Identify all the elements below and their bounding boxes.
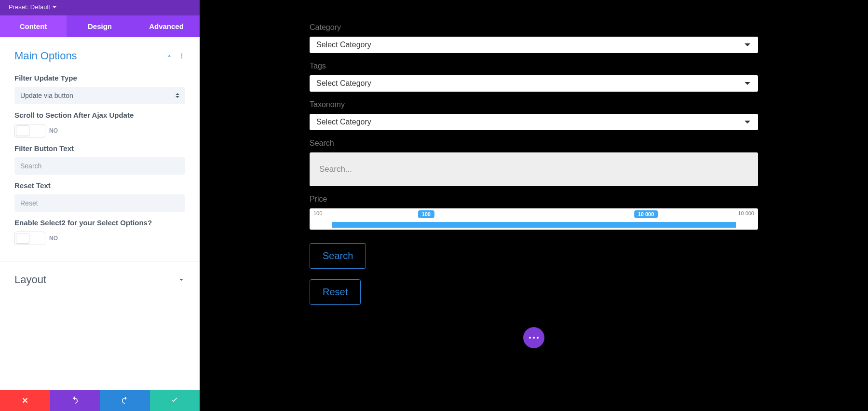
search-label: Search xyxy=(310,139,758,148)
svg-point-5 xyxy=(181,57,182,58)
columns-icon[interactable] xyxy=(166,0,176,0)
svg-point-3 xyxy=(181,54,182,55)
chevron-down-icon xyxy=(177,276,185,284)
search-field-wrap xyxy=(310,152,758,186)
preset-label: Preset: Default xyxy=(9,3,50,11)
tab-advanced[interactable]: Advanced xyxy=(133,15,200,37)
scroll-label: Scroll to Section After Ajax Update xyxy=(14,111,185,119)
save-button[interactable] xyxy=(150,390,200,411)
section-main-options[interactable]: Main Options xyxy=(0,37,200,67)
filter-update-type-label: Filter Update Type xyxy=(14,74,185,82)
preset-dropdown[interactable]: Preset: Default xyxy=(9,3,191,11)
taxonomy-select[interactable]: Select Category xyxy=(310,114,758,130)
filter-button-text-input[interactable] xyxy=(14,157,185,175)
taxonomy-label: Taxonomy xyxy=(310,100,758,109)
reset-text-input[interactable] xyxy=(14,194,185,212)
toggle-value: NO xyxy=(49,127,58,134)
caret-down-icon xyxy=(745,43,750,46)
filter-update-type-select[interactable]: Update via button xyxy=(14,87,185,104)
sidebar-header: Filter Posts - Divi Ajax Filter... Prese… xyxy=(0,0,200,15)
redo-button[interactable] xyxy=(100,390,150,411)
settings-sidebar: Filter Posts - Divi Ajax Filter... Prese… xyxy=(0,0,200,411)
divi-fab-button[interactable] xyxy=(523,327,544,348)
undo-button[interactable] xyxy=(50,390,100,411)
reset-button[interactable]: Reset xyxy=(310,279,361,305)
svg-point-4 xyxy=(181,55,182,56)
sidebar-body[interactable]: Main Options Filter Update Type Update v… xyxy=(0,37,200,390)
chevron-up-icon[interactable] xyxy=(166,53,173,59)
tab-content[interactable]: Content xyxy=(0,15,67,37)
select2-toggle[interactable]: NO xyxy=(14,232,185,245)
price-min-label: 100 xyxy=(313,210,322,216)
layout-title: Layout xyxy=(14,274,46,286)
caret-down-icon xyxy=(745,121,750,123)
preview-canvas: My Sites Divi 3 0 New Edit Page Exit Vis… xyxy=(200,0,868,411)
price-low-badge: 100 xyxy=(418,210,434,218)
reset-text-label: Reset Text xyxy=(14,181,185,190)
tags-select[interactable]: Select Category xyxy=(310,75,758,92)
more-icon[interactable] xyxy=(181,0,191,0)
scroll-toggle[interactable]: NO xyxy=(14,124,185,137)
search-input[interactable] xyxy=(319,164,748,174)
cancel-button[interactable] xyxy=(0,390,50,411)
section-title: Main Options xyxy=(14,50,160,62)
price-range-slider[interactable]: 100 10 000 100 10 000 xyxy=(310,208,758,230)
tags-label: Tags xyxy=(310,62,758,70)
sidebar-actions xyxy=(0,390,200,411)
module-title: Filter Posts - Divi Ajax Filter... xyxy=(9,0,145,0)
toggle-value: NO xyxy=(49,235,58,242)
category-select[interactable]: Select Category xyxy=(310,37,758,53)
tab-design[interactable]: Design xyxy=(67,15,133,37)
sidebar-tabs: Content Design Advanced xyxy=(0,15,200,37)
price-high-badge: 10 000 xyxy=(634,210,658,218)
filter-button-text-label: Filter Button Text xyxy=(14,144,185,152)
price-max-label: 10 000 xyxy=(738,210,754,216)
section-more-icon[interactable] xyxy=(178,53,185,59)
expand-icon[interactable] xyxy=(150,0,160,0)
search-button[interactable]: Search xyxy=(310,243,366,269)
select2-label: Enable Select2 for your Select Options? xyxy=(14,219,185,227)
caret-down-icon xyxy=(745,82,750,85)
category-label: Category xyxy=(310,23,758,32)
price-label: Price xyxy=(310,195,758,204)
section-layout[interactable]: Layout xyxy=(0,261,200,298)
